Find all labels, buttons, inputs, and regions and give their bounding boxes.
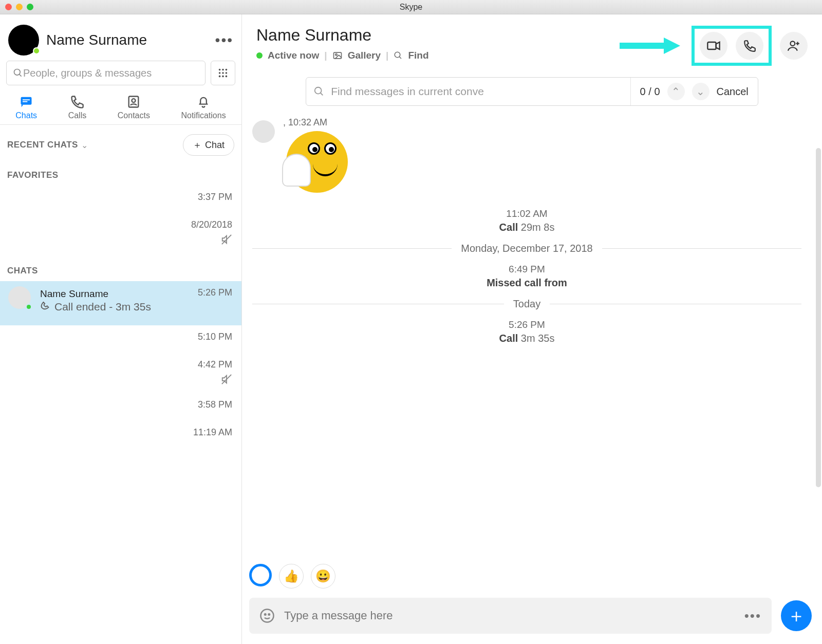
find-prev-button[interactable]: ⌃ — [667, 83, 685, 100]
gallery-link[interactable]: Gallery — [348, 50, 381, 61]
find-cancel-button[interactable]: Cancel — [717, 86, 749, 98]
search-input[interactable] — [23, 67, 199, 79]
sidebar: Name Surname ••• Chats Calls Co — [0, 14, 242, 644]
item-time: 5:10 PM — [198, 332, 232, 342]
svg-point-5 — [219, 72, 221, 74]
traffic-lights — [5, 4, 33, 10]
tab-label: Contacts — [118, 111, 150, 120]
thumbs-up-chip[interactable]: 👍 — [279, 564, 304, 588]
composer-row: Type a message here ••• ＋ — [242, 593, 822, 644]
contacts-icon — [126, 95, 141, 109]
muted-icon — [221, 374, 232, 385]
smile-chip[interactable]: 😀 — [311, 564, 335, 588]
maximize-window-button[interactable] — [27, 4, 33, 10]
close-window-button[interactable] — [5, 4, 12, 10]
composer-placeholder: Type a message here — [284, 609, 393, 622]
list-item[interactable]: 4:42 PM — [0, 353, 241, 393]
missed-call-event: 6:49 PM Missed call from — [252, 264, 801, 289]
svg-rect-12 — [23, 99, 30, 100]
video-call-button[interactable] — [700, 32, 727, 60]
self-name: Name Surname — [46, 32, 147, 48]
phone-icon — [40, 301, 51, 312]
presence-indicator — [256, 52, 263, 59]
svg-point-31 — [261, 610, 274, 622]
item-time: 4:42 PM — [198, 359, 232, 370]
status-text: Active now — [268, 50, 319, 61]
find-placeholder: Find messages in current conve — [331, 85, 484, 98]
event-time: 11:02 AM — [252, 208, 801, 219]
call-event: 5:26 PM Call 3m 35s — [252, 319, 801, 344]
item-time: 5:26 PM — [198, 287, 232, 298]
new-chat-button[interactable]: ＋ Chat — [183, 134, 234, 156]
find-in-conversation-bar: Find messages in current conve 0 / 0 ⌃ ⌄… — [306, 77, 758, 106]
tab-notifications[interactable]: Notifications — [181, 95, 226, 120]
tab-label: Calls — [68, 111, 87, 120]
composer-more-button[interactable]: ••• — [744, 608, 761, 624]
svg-line-21 — [400, 57, 402, 59]
item-time: 11:19 AM — [193, 427, 232, 438]
list-item[interactable]: 3:58 PM — [0, 393, 241, 421]
find-input-area[interactable]: Find messages in current conve — [306, 78, 630, 105]
svg-rect-11 — [21, 97, 32, 105]
new-action-fab[interactable]: ＋ — [781, 600, 812, 631]
smile-icon: 😀 — [315, 569, 331, 583]
tab-label: Notifications — [181, 111, 226, 120]
message-composer[interactable]: Type a message here ••• — [249, 598, 772, 634]
list-item[interactable]: Name Surname Call ended - 3m 35s 5:26 PM — [0, 281, 241, 325]
svg-marker-25 — [716, 42, 720, 49]
window-titlebar: Skype — [0, 0, 822, 14]
chats-header[interactable]: CHATS — [0, 253, 241, 281]
svg-point-10 — [226, 76, 228, 78]
search-icon — [313, 86, 325, 97]
find-link[interactable]: Find — [408, 50, 428, 61]
self-avatar[interactable] — [8, 25, 39, 56]
find-next-button[interactable]: ⌄ — [692, 83, 709, 100]
profile-more-button[interactable]: ••• — [215, 32, 233, 48]
event-time: 5:26 PM — [252, 319, 801, 330]
chevron-down-icon[interactable]: ⌄ — [81, 140, 88, 150]
minimize-window-button[interactable] — [16, 4, 23, 10]
search-box[interactable] — [6, 61, 206, 85]
dialpad-button[interactable] — [211, 61, 235, 85]
tab-contacts[interactable]: Contacts — [118, 95, 150, 120]
search-icon — [13, 68, 23, 78]
list-item[interactable]: 8/20/2018 — [0, 213, 241, 253]
add-participant-button[interactable] — [780, 32, 808, 60]
audio-call-button[interactable] — [736, 32, 763, 60]
date-divider: Today — [252, 298, 801, 310]
svg-rect-22 — [620, 43, 665, 49]
presence-indicator — [33, 47, 40, 54]
window-title: Skype — [400, 3, 422, 12]
event-time: 6:49 PM — [252, 264, 801, 275]
svg-marker-23 — [664, 38, 680, 54]
svg-point-9 — [222, 76, 224, 78]
list-item[interactable]: 5:10 PM — [0, 325, 241, 353]
reaction-suggestions: 👍 😀 — [242, 560, 822, 593]
tab-calls[interactable]: Calls — [68, 95, 87, 120]
list-item[interactable]: 3:37 PM — [0, 186, 241, 213]
svg-point-29 — [315, 87, 322, 94]
svg-point-32 — [265, 614, 266, 615]
recent-chats-header[interactable]: RECENT CHATS — [7, 140, 78, 150]
date-divider: Monday, December 17, 2018 — [252, 243, 801, 254]
new-chat-label: Chat — [205, 140, 225, 151]
video-icon — [706, 39, 721, 53]
loading-chip[interactable] — [249, 564, 272, 586]
list-item[interactable]: 11:19 AM — [0, 421, 241, 449]
svg-point-2 — [219, 69, 221, 71]
call-event: 11:02 AM Call 29m 8s — [252, 208, 801, 233]
chat-icon — [19, 95, 33, 109]
message-list[interactable]: , 10:32 AM 11:02 AM Call 29m 8s Monday, … — [242, 109, 822, 560]
emoji-picker-icon[interactable] — [259, 608, 275, 623]
thumbs-up-icon: 👍 — [284, 569, 299, 583]
search-icon — [394, 51, 403, 60]
profile-header[interactable]: Name Surname ••• — [0, 14, 241, 61]
chevron-down-icon: ⌄ — [696, 85, 705, 98]
tab-chats[interactable]: Chats — [15, 95, 37, 120]
find-counter: 0 / 0 — [640, 86, 660, 98]
scrollbar[interactable] — [816, 148, 821, 487]
message-timestamp: , 10:32 AM — [283, 117, 348, 128]
svg-point-0 — [14, 69, 21, 76]
conversation-title: Name Surname — [256, 26, 429, 45]
favorites-header[interactable]: FAVORITES — [0, 161, 241, 186]
